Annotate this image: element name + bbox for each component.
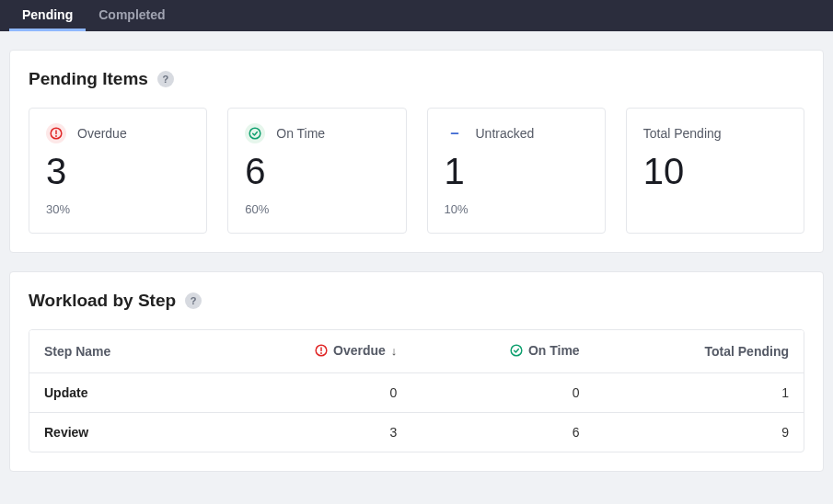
stat-value-ontime: 6 — [245, 153, 388, 189]
help-icon[interactable]: ? — [157, 71, 174, 87]
cell-ontime: 0 — [411, 373, 594, 413]
workload-title: Workload by Step — [29, 291, 176, 311]
alert-circle-icon — [46, 123, 66, 143]
svg-point-2 — [56, 136, 57, 137]
cell-ontime: 6 — [411, 413, 594, 452]
cell-overdue: 0 — [206, 373, 411, 413]
svg-point-7 — [321, 353, 322, 354]
table-row[interactable]: Review 3 6 9 — [29, 413, 804, 452]
stat-card-total: Total Pending 10 — [626, 108, 804, 234]
cell-total: 1 — [595, 373, 804, 413]
tab-bar: Pending Completed — [0, 0, 833, 31]
stat-label-total: Total Pending — [643, 126, 722, 141]
pending-items-card: Pending Items ? Overdue 3 30% — [9, 50, 824, 253]
cell-step: Update — [29, 373, 206, 413]
svg-point-3 — [249, 128, 260, 139]
col-ontime[interactable]: On Time — [411, 330, 594, 373]
sort-descending-icon: ↓ — [391, 344, 398, 358]
col-step-name[interactable]: Step Name — [29, 330, 206, 373]
stat-value-total: 10 — [643, 153, 787, 189]
dash-icon — [445, 123, 465, 143]
col-overdue[interactable]: Overdue ↓ — [206, 330, 411, 373]
workload-card: Workload by Step ? Step Name — [9, 271, 824, 472]
cell-overdue: 3 — [206, 413, 411, 452]
check-circle-icon — [245, 123, 265, 143]
stat-pct-untracked: 10% — [445, 202, 588, 216]
alert-circle-icon — [315, 344, 328, 357]
svg-point-8 — [511, 345, 522, 356]
stat-label-ontime: On Time — [276, 126, 325, 141]
stat-pct-ontime: 60% — [245, 202, 388, 216]
table-header-row: Step Name Overdue ↓ — [29, 330, 804, 373]
stat-label-overdue: Overdue — [77, 126, 127, 141]
cell-total: 9 — [595, 413, 804, 452]
check-circle-icon — [510, 344, 523, 357]
col-total-pending[interactable]: Total Pending — [595, 330, 804, 373]
workload-table: Step Name Overdue ↓ — [29, 329, 804, 452]
table-row[interactable]: Update 0 0 1 — [29, 373, 804, 413]
stat-pct-overdue: 30% — [46, 202, 190, 216]
cell-step: Review — [29, 413, 206, 452]
stat-value-untracked: 1 — [445, 153, 588, 189]
help-icon[interactable]: ? — [185, 292, 202, 309]
stat-card-overdue: Overdue 3 30% — [29, 108, 207, 234]
stat-card-ontime: On Time 6 60% — [227, 108, 406, 234]
pending-items-title: Pending Items — [29, 69, 148, 89]
tab-pending[interactable]: Pending — [9, 0, 86, 31]
tab-completed[interactable]: Completed — [86, 0, 178, 31]
stat-label-untracked: Untracked — [476, 126, 535, 141]
stat-value-overdue: 3 — [46, 153, 190, 189]
stat-card-untracked: Untracked 1 10% — [427, 108, 606, 234]
